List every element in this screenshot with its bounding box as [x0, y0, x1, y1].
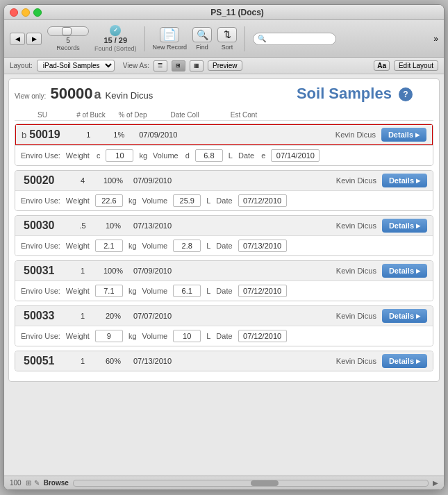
l-label: L [229, 151, 233, 160]
kg-label: kg [128, 332, 137, 340]
user-name: Kevin Dicus [106, 90, 154, 101]
weight-label: Weight [66, 151, 90, 160]
window-title: PS_11 (Docs) [47, 8, 427, 17]
record-dep: 20% [103, 312, 124, 320]
record-meta: 1 20% 07/07/2010 [72, 312, 336, 320]
weight-value[interactable]: 2.1 [95, 240, 123, 252]
edit-layout-button[interactable]: Edit Layout [394, 60, 438, 71]
volume-value[interactable]: 25.9 [173, 194, 201, 207]
title-bar: PS_11 (Docs) [4, 5, 444, 20]
record-owner: Kevin Dicus [335, 131, 376, 139]
close-button[interactable] [10, 8, 18, 17]
record-bucks: 1 [72, 357, 93, 365]
enviro-label: Enviro Use: [21, 196, 60, 205]
record-position: 5 [66, 37, 70, 44]
record-block: 50031 1 100% 07/09/2010 Kevin Dicus Deta… [15, 260, 433, 301]
slider-thumb [62, 27, 72, 35]
record-owner: Kevin Dicus [336, 312, 376, 320]
record-slider[interactable] [47, 26, 89, 36]
volume-value[interactable]: 6.8 [195, 149, 223, 162]
search-input[interactable] [268, 35, 338, 43]
status-icons: ⊞ ✎ [26, 479, 40, 487]
col-buck: # of Buck [70, 111, 112, 119]
main-window: PS_11 (Docs) ◀ ▶ 5 Records ✓ 15 / 29 Fou… [3, 4, 445, 490]
record-letter-badge: b [22, 130, 26, 140]
soil-header: Soil Samples ? [297, 85, 433, 103]
find-button[interactable]: 🔍 Find [192, 27, 212, 51]
weight-value[interactable]: 10 [106, 149, 133, 162]
help-icon[interactable]: ? [399, 87, 413, 101]
record-meta: 4 100% 07/09/2010 [72, 176, 336, 185]
scroll-right-arrow[interactable]: ▶ [433, 479, 438, 487]
aa-button[interactable]: Aa [374, 60, 390, 71]
record-bucks: 1 [72, 312, 93, 320]
kg-label: kg [128, 242, 137, 250]
record-bucks: 1 [72, 267, 93, 275]
view-list-button[interactable]: ☰ [154, 60, 167, 72]
record-top: 50020 4 100% 07/09/2010 Kevin Dicus Deta… [15, 171, 433, 190]
record-date: 07/13/2010 [133, 357, 172, 365]
details-button[interactable]: Details [381, 128, 426, 142]
details-button[interactable]: Details [382, 309, 427, 323]
enviro-label: Enviro Use: [21, 151, 60, 160]
record-block: b 50019 1 1% 07/09/2010 Kevin Dicus Deta… [15, 124, 433, 166]
view-table-button[interactable]: ⊞ [172, 60, 185, 72]
maximize-button[interactable] [33, 8, 42, 17]
kg-label: kg [128, 196, 137, 205]
record-dep: 10% [103, 221, 124, 230]
column-headers: SU # of Buck % of Dep Date Coll Est Cont [15, 110, 433, 121]
minimize-button[interactable] [22, 8, 30, 17]
volume-value[interactable]: 10 [173, 330, 201, 342]
nav-forward-button[interactable]: ▶ [26, 33, 42, 45]
env-date-value[interactable]: 07/12/2010 [238, 194, 287, 207]
sort-button[interactable]: ⇅ Sort [217, 27, 237, 51]
record-id: 50019 [29, 128, 78, 141]
record-date: 07/09/2010 [133, 176, 172, 185]
status-bar: 100 ⊞ ✎ Browse ▶ [4, 476, 444, 489]
volume-label: Volume [153, 151, 179, 160]
details-button[interactable]: Details [382, 174, 427, 187]
record-id: 50031 [24, 265, 72, 277]
volume-value[interactable]: 2.8 [173, 240, 201, 252]
record-bottom: Enviro Use: Weight 22.6 kg Volume 25.9 L… [15, 190, 433, 210]
scroll-area[interactable]: View only: 50000 a Kevin Dicus Soil Samp… [4, 74, 444, 476]
record-block: 50051 1 60% 07/13/2010 Kevin Dicus Detai… [15, 351, 433, 371]
record-letter: a [94, 87, 101, 102]
weight-value[interactable]: 22.6 [95, 194, 123, 207]
view-as-label: View As: [123, 62, 149, 69]
layout-select[interactable]: iPad-Soil Samples [37, 60, 115, 72]
find-icon: 🔍 [192, 27, 212, 42]
details-button[interactable]: Details [382, 354, 427, 368]
record-top: 50033 1 20% 07/07/2010 Kevin Dicus Detai… [15, 306, 433, 326]
details-button[interactable]: Details [382, 264, 427, 278]
horizontal-scrollbar[interactable] [73, 480, 429, 487]
new-record-button[interactable]: 📄 New Record [153, 27, 188, 51]
env-date-value[interactable]: 07/12/2010 [238, 285, 287, 297]
env-date-value[interactable]: 07/12/2010 [238, 330, 287, 342]
records-container: b 50019 1 1% 07/09/2010 Kevin Dicus Deta… [15, 124, 433, 371]
record-id: 50030 [24, 219, 72, 232]
kg-label: kg [128, 287, 137, 295]
preview-button[interactable]: Preview [208, 60, 242, 71]
record-dep: 100% [103, 176, 124, 185]
record-id: 50051 [24, 355, 72, 367]
view-preview-button[interactable]: ▦ [190, 60, 204, 72]
search-box[interactable]: 🔍 [253, 33, 336, 45]
volume-value[interactable]: 6.1 [173, 285, 201, 297]
date-label: Date [238, 151, 254, 160]
env-date-value[interactable]: 07/13/2010 [238, 240, 287, 252]
kg-label: kg [139, 151, 147, 160]
find-label: Find [196, 44, 208, 51]
weight-label: Weight [66, 196, 90, 205]
env-date-value[interactable]: 07/14/2010 [271, 149, 320, 162]
details-button[interactable]: Details [382, 219, 427, 233]
view-only-bar: View only: 50000 a Kevin Dicus Soil Samp… [15, 85, 433, 107]
weight-value[interactable]: 7.1 [95, 285, 123, 297]
weight-value[interactable]: 9 [95, 330, 123, 342]
record-bucks: 4 [72, 176, 93, 185]
record-bottom: Enviro Use: Weight 9 kg Volume 10 L Date… [15, 326, 433, 346]
traffic-lights [10, 8, 42, 17]
record-bottom: Enviro Use: Weight 7.1 kg Volume 6.1 L D… [15, 280, 433, 301]
nav-back-button[interactable]: ◀ [10, 33, 25, 45]
layout-bar: Layout: iPad-Soil Samples View As: ☰ ⊞ ▦… [4, 58, 444, 74]
